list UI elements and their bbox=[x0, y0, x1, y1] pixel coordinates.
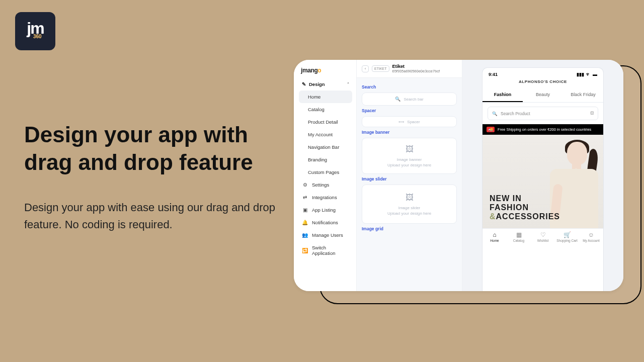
app-chip: ETIKET bbox=[372, 65, 389, 72]
block-title: Image slider bbox=[398, 205, 421, 211]
cart-icon: 🛒 bbox=[555, 231, 579, 238]
carousel-icon: 🖼 bbox=[406, 192, 414, 203]
sidebar-item-branding[interactable]: Branding bbox=[299, 153, 352, 166]
sidebar-item-settings[interactable]: ⚙Settings bbox=[299, 178, 352, 191]
block-spacer[interactable]: ⟷Spacer bbox=[362, 116, 457, 127]
battery-icon: ▬ bbox=[593, 72, 597, 77]
block-label-spacer: Spacer bbox=[362, 108, 457, 113]
sidebar-item-label: Integrations bbox=[312, 195, 337, 200]
sidebar-item-integrations[interactable]: ⇄Integrations bbox=[299, 191, 352, 204]
phone-preview: 9:41 ▮▮▮ ᯤ ▬ ALPHONSO'S CHOICE Fashion B… bbox=[482, 68, 603, 291]
shipping-text: Free Shipping on orders over €200 in sel… bbox=[498, 127, 591, 132]
sidebar-item-my-account[interactable]: My Account bbox=[299, 128, 352, 141]
sidebar-item-label: Manage Users bbox=[312, 232, 343, 238]
tab-fashion[interactable]: Fashion bbox=[482, 88, 523, 102]
tabbar-catalog[interactable]: ▦Catalog bbox=[507, 231, 531, 242]
sidebar-item-manage-users[interactable]: 👥Manage Users bbox=[299, 229, 352, 241]
barcode-icon[interactable]: ⌑ bbox=[591, 110, 594, 117]
signal-icon: ▮▮▮ bbox=[577, 72, 584, 77]
block-image-banner[interactable]: 🖼Image bannerUpload your design here bbox=[362, 138, 457, 174]
status-right: ▮▮▮ ᯤ ▬ bbox=[577, 72, 597, 77]
hero-line: &ACCESSORIES bbox=[490, 212, 560, 221]
app-id: 65f935a690560e0e3cce7bcf bbox=[392, 69, 440, 73]
block-search[interactable]: 🔍Search bar bbox=[362, 93, 457, 106]
image-icon: 🖼 bbox=[406, 144, 414, 155]
block-image-slider[interactable]: 🖼Image sliderUpload your design here bbox=[362, 185, 457, 224]
tabbar-label: Shopping Cart bbox=[556, 239, 578, 242]
tabbar-label: Home bbox=[490, 239, 499, 242]
hero-text: NEW IN FASHION &ACCESSORIES bbox=[490, 194, 560, 221]
tabbar-label: My Account bbox=[583, 239, 600, 242]
switch-icon: 🔁 bbox=[302, 248, 308, 253]
block-placeholder: Search bar bbox=[404, 97, 423, 102]
hero-line: NEW IN bbox=[490, 194, 560, 203]
sidebar-item-label: Settings bbox=[312, 182, 329, 188]
block-label-banner: Image banner bbox=[362, 130, 457, 135]
integrations-icon: ⇄ bbox=[302, 195, 308, 200]
phone-search[interactable]: 🔍 Search Product ⌑ bbox=[488, 107, 598, 120]
block-placeholder: Spacer bbox=[407, 120, 420, 124]
sidebar-item-custom-pages[interactable]: Custom Pages bbox=[299, 166, 352, 178]
sidebar: jmango ✎ Design ˄ Home Catalog Product D… bbox=[294, 60, 357, 291]
phone-brand: ALPHONSO'S CHOICE bbox=[482, 78, 603, 88]
sidebar-item-navigation-bar[interactable]: Navigation Bar bbox=[299, 141, 352, 153]
sidebar-item-catalog[interactable]: Catalog bbox=[299, 103, 352, 116]
sidebar-section-design[interactable]: ✎ Design ˄ bbox=[299, 78, 352, 90]
phone-status-bar: 9:41 ▮▮▮ ᯤ ▬ bbox=[482, 68, 603, 78]
sidebar-item-product-detail[interactable]: Product Detail bbox=[299, 116, 352, 128]
sidebar-item-switch-application[interactable]: 🔁Switch Application bbox=[299, 241, 352, 259]
tab-beauty[interactable]: Beauty bbox=[523, 88, 563, 102]
app-title: Etiket bbox=[392, 64, 440, 69]
settings-icon: ⚙ bbox=[302, 182, 308, 188]
section-label: Design bbox=[309, 81, 325, 87]
phone-tabbar: ⌂Home ▦Catalog ♡Wishlist 🛒Shopping Cart … bbox=[482, 228, 603, 244]
tabbar-account[interactable]: ☺My Account bbox=[579, 231, 603, 242]
catalog-icon: ▦ bbox=[507, 231, 531, 238]
account-icon: ☺ bbox=[579, 231, 603, 238]
wifi-icon: ᯤ bbox=[586, 72, 591, 77]
users-icon: 👥 bbox=[302, 232, 308, 238]
sidebar-item-app-listing[interactable]: ▣App Listing bbox=[299, 204, 352, 216]
subheadline: Design your app with ease using our drag… bbox=[24, 199, 286, 233]
blocks-panel: ‹ ETIKET Etiket 65f935a690560e0e3cce7bcf… bbox=[357, 60, 462, 291]
spacer-icon: ⟷ bbox=[398, 120, 404, 124]
sidebar-item-label: Notifications bbox=[312, 220, 338, 225]
block-hint: Upload your design here bbox=[387, 162, 431, 168]
preview-pane: 9:41 ▮▮▮ ᯤ ▬ ALPHONSO'S CHOICE Fashion B… bbox=[462, 60, 623, 291]
hero-banner[interactable]: NEW IN FASHION &ACCESSORIES bbox=[482, 135, 603, 228]
block-label-search: Search bbox=[362, 84, 457, 89]
sidebar-item-label: Switch Application bbox=[312, 245, 349, 256]
back-button[interactable]: ‹ bbox=[362, 65, 369, 72]
brand-logo: jm 360 bbox=[15, 12, 55, 50]
tabbar-label: Catalog bbox=[513, 239, 524, 242]
block-label-grid: Image grid bbox=[362, 226, 457, 231]
shipping-banner: 🚚 Free Shipping on orders over €200 in s… bbox=[482, 124, 603, 135]
app-listing-icon: ▣ bbox=[302, 207, 308, 213]
bell-icon: 🔔 bbox=[302, 220, 308, 225]
context-header: ‹ ETIKET Etiket 65f935a690560e0e3cce7bcf bbox=[357, 60, 462, 78]
app-window: jmango ✎ Design ˄ Home Catalog Product D… bbox=[294, 60, 623, 291]
home-icon: ⌂ bbox=[482, 231, 507, 238]
sidebar-item-label: App Listing bbox=[312, 207, 336, 213]
block-label-slider: Image slider bbox=[362, 176, 457, 182]
design-icon: ✎ bbox=[302, 81, 306, 87]
search-icon: 🔍 bbox=[395, 97, 400, 102]
tabbar-wishlist[interactable]: ♡Wishlist bbox=[531, 231, 555, 242]
sidebar-item-notifications[interactable]: 🔔Notifications bbox=[299, 216, 352, 229]
tabbar-label: Wishlist bbox=[537, 239, 548, 242]
phone-tabs: Fashion Beauty Black Friday bbox=[482, 88, 603, 103]
truck-icon: 🚚 bbox=[487, 127, 495, 132]
sidebar-item-home[interactable]: Home bbox=[299, 90, 352, 103]
tabbar-home[interactable]: ⌂Home bbox=[482, 231, 507, 242]
search-placeholder: Search Product bbox=[501, 111, 530, 116]
chevron-up-icon: ˄ bbox=[347, 82, 349, 86]
sidebar-brand: jmango bbox=[299, 66, 352, 78]
heart-icon: ♡ bbox=[531, 231, 555, 238]
status-time: 9:41 bbox=[489, 72, 498, 77]
search-icon: 🔍 bbox=[492, 111, 498, 116]
tabbar-cart[interactable]: 🛒Shopping Cart bbox=[555, 231, 579, 242]
hero-line: FASHION bbox=[490, 203, 560, 212]
tab-black-friday[interactable]: Black Friday bbox=[563, 88, 603, 102]
block-hint: Upload your design here bbox=[387, 211, 431, 216]
marketing-copy: Design your app with drag and drop featu… bbox=[24, 121, 286, 233]
